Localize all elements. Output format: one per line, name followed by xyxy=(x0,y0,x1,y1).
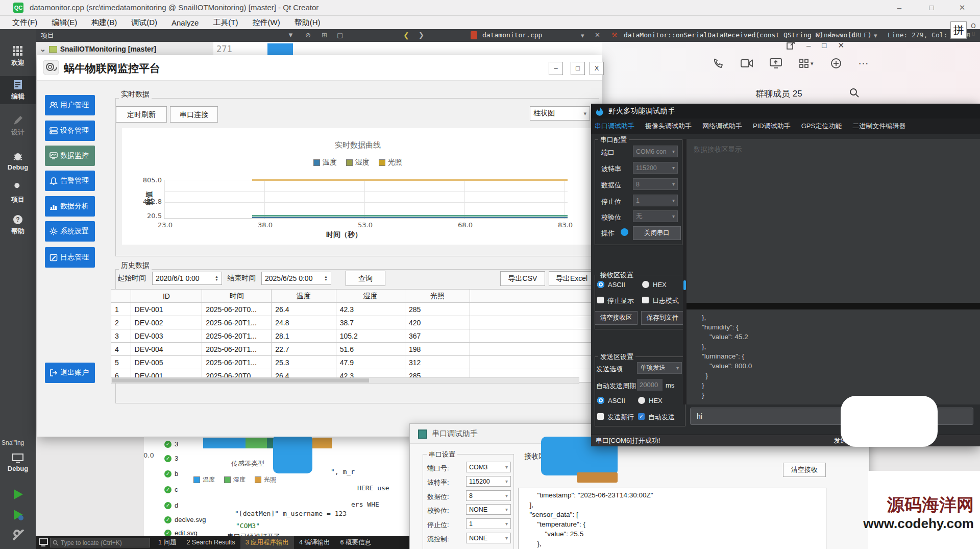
sidebar-item-monitoring[interactable]: 数据监控 xyxy=(45,146,95,166)
mode-help[interactable]: ? 帮助 xyxy=(0,214,36,236)
close-serial-button[interactable]: 关闭串口 xyxy=(633,226,681,240)
iot-close-button[interactable]: X xyxy=(590,62,604,75)
menu-edit[interactable]: 编辑(E) xyxy=(44,18,84,28)
mode-welcome[interactable]: 欢迎 xyxy=(0,45,36,67)
qt-close-button[interactable]: ✕ xyxy=(953,2,971,13)
panel-icon[interactable]: ▢ xyxy=(337,31,343,39)
chat-maximize-button[interactable]: □ xyxy=(822,41,826,50)
mode-projects[interactable]: 项目 xyxy=(0,182,36,204)
debug-target-selector[interactable]: Debug xyxy=(0,453,36,472)
table-row[interactable]: 4DEV-0042025-06-20T1...22.751.6198 xyxy=(111,343,602,356)
sync-icon[interactable]: ⊘ xyxy=(305,31,311,39)
sidebar-item-devices[interactable]: 设备管理 xyxy=(45,121,95,141)
file-dropdown-icon[interactable]: ▾ xyxy=(581,32,584,39)
back-icon[interactable]: ❮ xyxy=(403,31,409,39)
menu-help[interactable]: 帮助(H) xyxy=(287,18,328,28)
output-item[interactable]: ✓d xyxy=(164,502,178,509)
line-ending-selector[interactable]: Windows (CRLF) xyxy=(816,31,872,39)
menu-tools[interactable]: 工具(T) xyxy=(206,18,245,28)
screen-share-icon[interactable] xyxy=(770,58,782,69)
tab-issues[interactable]: 1 问题 xyxy=(153,536,181,549)
sidebar-item-logs[interactable]: 日志管理 xyxy=(45,247,95,268)
tab-search-results[interactable]: 2 Search Results xyxy=(181,536,240,549)
tab-general-messages[interactable]: 6 概要信息 xyxy=(335,536,376,549)
voice-call-icon[interactable] xyxy=(713,58,724,69)
chat-minimize-button[interactable]: – xyxy=(806,41,811,50)
parity-select[interactable]: NONE▾ xyxy=(466,504,511,515)
iot-minimize-button[interactable]: – xyxy=(549,62,563,75)
export-excel-button[interactable]: 导出Excel xyxy=(549,271,595,286)
flowctrl-select[interactable]: NONE▾ xyxy=(466,533,511,543)
menu-build[interactable]: 构建(B) xyxy=(84,18,124,28)
fire-baud-select[interactable]: 115200▾ xyxy=(633,162,678,174)
recv-ascii-radio[interactable] xyxy=(597,281,604,288)
recv-scrollbar-track[interactable] xyxy=(683,139,687,404)
fire-stopbits-select[interactable]: 1▾ xyxy=(633,195,678,206)
output-item[interactable]: ✓b xyxy=(164,470,178,478)
fire-parity-select[interactable]: 无▾ xyxy=(633,210,678,222)
send-option-select[interactable]: 单项发送▾ xyxy=(637,362,682,374)
sidebar-item-alarms[interactable]: 告警管理 xyxy=(45,171,95,191)
query-button[interactable]: 查询 xyxy=(346,271,385,286)
chat-close-button[interactable]: ✕ xyxy=(838,41,844,50)
end-time-input[interactable]: 2025/6/25 0:00 ▲▼ xyxy=(261,272,331,285)
fire-databits-select[interactable]: 8▾ xyxy=(633,178,678,190)
recv-scrollbar-thumb[interactable] xyxy=(683,280,686,290)
apps-grid-icon[interactable]: ▾ xyxy=(799,58,814,68)
table-row[interactable]: 1DEV-0012025-06-20T0...26.442.3285 xyxy=(111,303,602,316)
menu-analyze[interactable]: Analyze xyxy=(164,18,206,27)
tab-application-output[interactable]: 3 应用程序输出 xyxy=(240,536,294,549)
tab-pid-assistant[interactable]: PID调试助手 xyxy=(753,122,791,131)
mode-edit[interactable]: 编辑 xyxy=(0,76,36,104)
logout-button[interactable]: 退出账户 xyxy=(45,363,95,383)
filter-icon[interactable]: ▼ xyxy=(287,31,294,39)
clear-recv-button[interactable]: 清空接收区 xyxy=(595,311,638,325)
video-call-icon[interactable] xyxy=(741,58,753,68)
open-file-tab[interactable]: datamonitor.cpp xyxy=(482,31,542,39)
mode-debug[interactable]: Debug xyxy=(0,151,36,171)
spinner-arrows[interactable]: ▲▼ xyxy=(324,275,328,281)
start-time-input[interactable]: 2020/6/1 0:00 ▲▼ xyxy=(152,272,222,285)
tab-gps-function[interactable]: GPS定位功能 xyxy=(801,122,842,131)
forward-icon[interactable]: ❯ xyxy=(419,31,424,39)
table-hscrollbar[interactable] xyxy=(111,377,579,384)
fire-op-indicator[interactable] xyxy=(621,228,628,236)
table-row[interactable]: 2DEV-0022025-06-20T1...24.838.7420 xyxy=(111,316,602,329)
clear-receive-button[interactable]: 清空接收 xyxy=(783,463,826,477)
send-newline-checkbox[interactable] xyxy=(597,413,604,420)
add-icon[interactable] xyxy=(830,58,842,69)
qt-minimize-button[interactable]: – xyxy=(891,2,908,13)
save-to-file-button[interactable]: 保存到文件 xyxy=(641,311,684,325)
log-mode-checkbox[interactable] xyxy=(642,297,649,303)
send-hex-radio[interactable] xyxy=(638,397,645,404)
output-item[interactable]: ✓edit.svg xyxy=(164,529,198,537)
send-ascii-radio[interactable] xyxy=(597,397,604,404)
locate-input[interactable]: Type to locate (Ctrl+K) xyxy=(50,538,150,547)
baud-select[interactable]: 115200▾ xyxy=(466,476,511,487)
output-item[interactable]: ✓decive.svg xyxy=(164,516,206,523)
menu-file[interactable]: 文件(F) xyxy=(5,18,44,28)
auto-send-checkbox[interactable]: ✓ xyxy=(638,413,645,420)
table-row[interactable]: 5DEV-0052025-06-20T1...25.347.9312 xyxy=(111,356,602,369)
output-item[interactable]: ✓c xyxy=(164,486,178,493)
export-csv-button[interactable]: 导出CSV xyxy=(500,271,545,286)
spinner-arrows[interactable]: ▲▼ xyxy=(215,275,218,281)
receive-textarea[interactable]: "timestamp": "2025-06-23T14:30:00Z" ], "… xyxy=(518,488,826,549)
iot-maximize-button[interactable]: □ xyxy=(571,62,585,75)
stop-display-checkbox[interactable] xyxy=(597,297,604,303)
run-button[interactable] xyxy=(11,488,24,503)
menu-debug[interactable]: 调试(D) xyxy=(124,18,164,28)
table-row[interactable]: 3DEV-0032025-06-20T1...28.1105.2367 xyxy=(111,329,602,343)
tab-binary-editor[interactable]: 二进制文件编辑器 xyxy=(852,122,905,131)
auto-period-input[interactable]: 20000 xyxy=(637,379,663,391)
port-select[interactable]: COM3▾ xyxy=(466,462,511,472)
chat-search-icon[interactable] xyxy=(849,88,860,98)
ime-pinyin-badge[interactable]: 拼 xyxy=(950,21,967,39)
chat-topmost-icon[interactable] xyxy=(786,41,795,50)
project-tree-row[interactable]: ⌄ SnailIOTMonitoring [master] xyxy=(37,43,213,56)
menu-widgets[interactable]: 控件(W) xyxy=(246,18,287,28)
timed-refresh-button[interactable]: 定时刷新 xyxy=(116,106,167,123)
mode-design[interactable]: 设计 xyxy=(0,115,36,137)
tab-camera-assistant[interactable]: 摄像头调试助手 xyxy=(645,122,692,131)
tab-serial-assistant[interactable]: 串口调试助手 xyxy=(595,122,634,131)
